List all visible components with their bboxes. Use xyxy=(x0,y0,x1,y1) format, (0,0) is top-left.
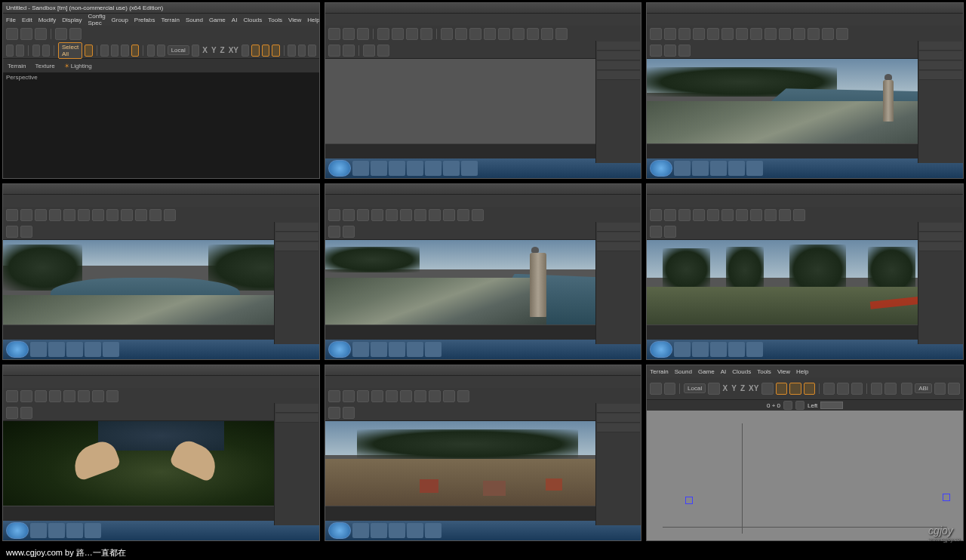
taskbar-icon[interactable] xyxy=(66,342,83,357)
tool-button[interactable] xyxy=(948,383,959,395)
tool-button[interactable] xyxy=(49,390,61,402)
viewport[interactable]: Perspective xyxy=(3,72,319,178)
tool-button[interactable] xyxy=(527,28,539,40)
start-button[interactable] xyxy=(6,341,29,358)
curve-editor-viewport[interactable] xyxy=(647,411,963,540)
window-titlebar[interactable] xyxy=(647,3,963,14)
open-file-button[interactable] xyxy=(20,28,32,40)
tool-button[interactable] xyxy=(20,226,32,238)
taskbar-icon[interactable] xyxy=(728,161,745,176)
scale-tool-button[interactable] xyxy=(121,45,128,57)
tool-button[interactable] xyxy=(793,28,805,40)
abc-label[interactable]: ABI xyxy=(915,383,932,393)
viewport[interactable] xyxy=(3,240,319,325)
tool-button[interactable] xyxy=(328,390,340,402)
taskbar-icon[interactable] xyxy=(710,342,727,357)
move-tool-button[interactable] xyxy=(100,45,108,57)
tool-button[interactable] xyxy=(934,383,946,395)
tool-button[interactable] xyxy=(750,28,762,40)
tool-button[interactable] xyxy=(750,209,762,221)
viewport[interactable] xyxy=(325,59,641,143)
axis-x-button[interactable]: X xyxy=(202,46,208,54)
tool-button[interactable] xyxy=(708,383,719,395)
tool-button[interactable] xyxy=(357,28,369,40)
menu-display[interactable]: Display xyxy=(62,17,82,23)
tool-button[interactable] xyxy=(35,209,47,221)
tool-button[interactable] xyxy=(149,209,162,221)
taskbar-icon[interactable] xyxy=(746,161,763,176)
tool-button[interactable] xyxy=(308,45,315,57)
menu-modify[interactable]: Modify xyxy=(38,17,57,23)
taskbar-icon[interactable] xyxy=(30,342,47,357)
tool-button[interactable] xyxy=(808,28,820,40)
taskbar-icon[interactable] xyxy=(85,523,101,538)
menu-sound[interactable]: Sound xyxy=(675,368,692,375)
tool-button[interactable] xyxy=(650,209,662,221)
tool-button[interactable] xyxy=(6,407,18,419)
taskbar-icon[interactable] xyxy=(710,161,727,176)
taskbar-icon[interactable] xyxy=(407,523,423,538)
taskbar-icon[interactable] xyxy=(389,523,405,538)
side-panel[interactable] xyxy=(274,403,319,525)
menu-clouds[interactable]: Clouds xyxy=(732,368,751,375)
taskbar-icon[interactable] xyxy=(371,342,387,357)
tool-button[interactable] xyxy=(377,28,389,40)
tool-button[interactable] xyxy=(328,209,340,221)
menu-help[interactable]: Help xyxy=(796,368,808,375)
tool-button[interactable] xyxy=(443,209,455,221)
tool-button[interactable] xyxy=(764,209,777,221)
taskbar-icon[interactable] xyxy=(425,342,441,357)
tool-button[interactable] xyxy=(414,390,426,402)
tool-button[interactable] xyxy=(443,390,455,402)
menu-clouds[interactable]: Clouds xyxy=(243,17,262,23)
curve-keyframe[interactable] xyxy=(943,494,950,501)
tool-button[interactable] xyxy=(851,383,863,395)
tool-button[interactable] xyxy=(192,45,199,57)
tool-button[interactable] xyxy=(664,45,676,57)
tool-button[interactable] xyxy=(20,209,32,221)
undo-button[interactable] xyxy=(6,45,14,57)
menu-config-spec[interactable]: Config Spec xyxy=(88,13,105,26)
tool-button[interactable] xyxy=(371,209,383,221)
menu-help[interactable]: Help xyxy=(307,17,319,23)
tool-button[interactable] xyxy=(707,209,719,221)
tool-button[interactable] xyxy=(837,383,848,395)
tool-button[interactable] xyxy=(63,390,75,402)
snap-button[interactable] xyxy=(776,383,787,395)
tool-button[interactable] xyxy=(386,209,398,221)
taskbar-icon[interactable] xyxy=(352,342,369,357)
align-button[interactable] xyxy=(804,383,815,395)
axis-xy-button[interactable]: XY xyxy=(749,384,758,392)
tool-button[interactable] xyxy=(20,390,32,402)
tool-button[interactable] xyxy=(420,28,432,40)
tool-button[interactable] xyxy=(357,209,369,221)
tool-button[interactable] xyxy=(650,383,661,395)
window-titlebar[interactable]: Untitled - Sandbox [tm] (non-commercial … xyxy=(3,3,319,14)
tool-button[interactable] xyxy=(35,390,47,402)
redo-button[interactable] xyxy=(16,45,23,57)
viewport[interactable] xyxy=(647,240,963,325)
tool-button[interactable] xyxy=(106,390,118,402)
tool-button[interactable] xyxy=(721,28,734,40)
menu-tools[interactable]: Tools xyxy=(757,368,771,375)
coord-space-dropdown[interactable]: Local xyxy=(684,383,706,393)
taskbar-icon[interactable] xyxy=(674,342,691,357)
tool-button[interactable] xyxy=(761,383,773,395)
mode-lighting[interactable]: Lighting xyxy=(71,63,92,69)
menu-view[interactable]: View xyxy=(288,17,301,23)
tool-button[interactable] xyxy=(822,28,834,40)
snap-button[interactable] xyxy=(251,45,259,57)
taskbar-icon[interactable] xyxy=(48,523,65,538)
taskbar-icon[interactable] xyxy=(371,161,387,176)
tool-button[interactable] xyxy=(484,28,496,40)
tool-button[interactable] xyxy=(298,45,306,57)
tool-button[interactable] xyxy=(328,226,340,238)
taskbar-icon[interactable] xyxy=(674,161,691,176)
window-titlebar[interactable] xyxy=(3,365,319,376)
menu-ai[interactable]: AI xyxy=(232,17,238,23)
window-titlebar[interactable] xyxy=(647,184,963,195)
tool-button[interactable] xyxy=(736,28,748,40)
timeline-view-label[interactable]: Left xyxy=(808,402,817,409)
side-panel[interactable] xyxy=(918,41,963,163)
start-button[interactable] xyxy=(650,160,672,177)
